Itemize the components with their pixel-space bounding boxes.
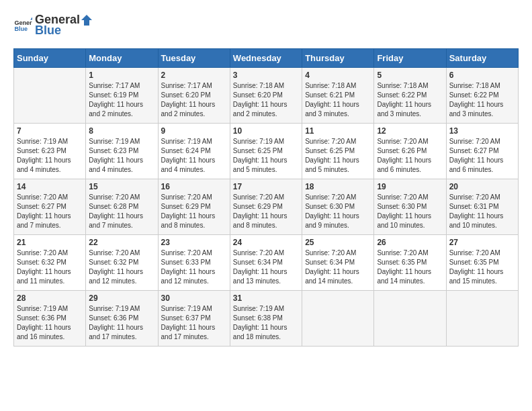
calendar-cell: 30Sunrise: 7:19 AMSunset: 6:37 PMDayligh… — [158, 290, 230, 346]
calendar-cell: 31Sunrise: 7:19 AMSunset: 6:38 PMDayligh… — [230, 290, 302, 346]
day-info: Sunrise: 7:20 AMSunset: 6:34 PMDaylight:… — [233, 248, 299, 286]
calendar-cell: 25Sunrise: 7:20 AMSunset: 6:34 PMDayligh… — [302, 234, 374, 290]
day-number: 14 — [17, 182, 83, 191]
day-info: Sunrise: 7:20 AMSunset: 6:29 PMDaylight:… — [233, 193, 299, 230]
day-number: 2 — [161, 71, 227, 80]
day-number: 5 — [377, 71, 443, 80]
logo-chevron-icon — [80, 13, 93, 27]
weekday-header-wednesday: Wednesday — [230, 48, 302, 67]
day-number: 12 — [377, 126, 443, 136]
weekday-header-tuesday: Tuesday — [158, 48, 230, 67]
day-number: 8 — [89, 126, 154, 136]
day-info: Sunrise: 7:20 AMSunset: 6:27 PMDaylight:… — [449, 137, 515, 175]
day-info: Sunrise: 7:19 AMSunset: 6:36 PMDaylight:… — [89, 304, 154, 342]
weekday-header-monday: Monday — [86, 48, 158, 67]
day-number: 11 — [305, 126, 371, 136]
day-number: 10 — [233, 126, 299, 136]
day-info: Sunrise: 7:20 AMSunset: 6:26 PMDaylight:… — [377, 137, 443, 175]
calendar-cell: 11Sunrise: 7:20 AMSunset: 6:25 PMDayligh… — [302, 123, 374, 179]
day-info: Sunrise: 7:20 AMSunset: 6:33 PMDaylight:… — [161, 248, 227, 286]
day-info: Sunrise: 7:19 AMSunset: 6:23 PMDaylight:… — [17, 137, 83, 175]
day-number: 27 — [449, 238, 515, 247]
day-number: 20 — [449, 182, 515, 191]
calendar-cell: 20Sunrise: 7:20 AMSunset: 6:31 PMDayligh… — [446, 179, 518, 234]
day-info: Sunrise: 7:20 AMSunset: 6:25 PMDaylight:… — [305, 137, 371, 175]
calendar-cell: 23Sunrise: 7:20 AMSunset: 6:33 PMDayligh… — [158, 234, 230, 290]
day-info: Sunrise: 7:18 AMSunset: 6:22 PMDaylight:… — [449, 81, 515, 119]
calendar-cell: 21Sunrise: 7:20 AMSunset: 6:32 PMDayligh… — [14, 234, 86, 290]
calendar-cell: 24Sunrise: 7:20 AMSunset: 6:34 PMDayligh… — [230, 234, 302, 290]
day-number: 16 — [161, 182, 227, 191]
calendar-cell: 12Sunrise: 7:20 AMSunset: 6:26 PMDayligh… — [374, 123, 446, 179]
calendar-cell: 8Sunrise: 7:19 AMSunset: 6:23 PMDaylight… — [86, 123, 158, 179]
day-info: Sunrise: 7:19 AMSunset: 6:38 PMDaylight:… — [233, 304, 299, 342]
day-number: 9 — [161, 126, 227, 136]
day-info: Sunrise: 7:19 AMSunset: 6:24 PMDaylight:… — [161, 137, 227, 175]
day-info: Sunrise: 7:20 AMSunset: 6:27 PMDaylight:… — [17, 193, 83, 230]
logo: General Blue General Blue — [13, 13, 93, 38]
calendar-cell: 6Sunrise: 7:18 AMSunset: 6:22 PMDaylight… — [446, 67, 518, 123]
calendar-cell: 4Sunrise: 7:18 AMSunset: 6:21 PMDaylight… — [302, 67, 374, 123]
calendar-body: 1Sunrise: 7:17 AMSunset: 6:19 PMDaylight… — [14, 67, 519, 346]
day-number: 22 — [89, 238, 154, 247]
calendar-week-4: 21Sunrise: 7:20 AMSunset: 6:32 PMDayligh… — [14, 234, 519, 290]
day-number: 26 — [377, 238, 443, 247]
calendar-cell: 19Sunrise: 7:20 AMSunset: 6:30 PMDayligh… — [374, 179, 446, 234]
day-info: Sunrise: 7:20 AMSunset: 6:34 PMDaylight:… — [305, 248, 371, 286]
calendar-cell: 3Sunrise: 7:18 AMSunset: 6:20 PMDaylight… — [230, 67, 302, 123]
calendar-cell: 9Sunrise: 7:19 AMSunset: 6:24 PMDaylight… — [158, 123, 230, 179]
day-number: 19 — [377, 182, 443, 191]
day-number: 13 — [449, 126, 515, 136]
calendar-cell: 2Sunrise: 7:17 AMSunset: 6:20 PMDaylight… — [158, 67, 230, 123]
logo-icon: General Blue — [13, 16, 32, 35]
day-info: Sunrise: 7:19 AMSunset: 6:37 PMDaylight:… — [161, 304, 227, 342]
day-number: 30 — [161, 293, 227, 303]
calendar-cell: 27Sunrise: 7:20 AMSunset: 6:35 PMDayligh… — [446, 234, 518, 290]
day-number: 18 — [305, 182, 371, 191]
weekday-header-thursday: Thursday — [302, 48, 374, 67]
calendar-table: SundayMondayTuesdayWednesdayThursdayFrid… — [13, 48, 519, 347]
day-number: 1 — [89, 71, 154, 80]
calendar-cell — [302, 290, 374, 346]
day-number: 28 — [17, 293, 83, 303]
weekday-header-saturday: Saturday — [446, 48, 518, 67]
calendar-cell: 7Sunrise: 7:19 AMSunset: 6:23 PMDaylight… — [14, 123, 86, 179]
calendar-week-1: 1Sunrise: 7:17 AMSunset: 6:19 PMDaylight… — [14, 67, 519, 123]
day-info: Sunrise: 7:20 AMSunset: 6:31 PMDaylight:… — [449, 193, 515, 230]
calendar-week-2: 7Sunrise: 7:19 AMSunset: 6:23 PMDaylight… — [14, 123, 519, 179]
calendar-cell: 5Sunrise: 7:18 AMSunset: 6:22 PMDaylight… — [374, 67, 446, 123]
page-header: General Blue General Blue — [13, 13, 519, 38]
svg-text:General: General — [14, 19, 32, 26]
svg-marker-3 — [81, 15, 92, 26]
calendar-cell: 15Sunrise: 7:20 AMSunset: 6:28 PMDayligh… — [86, 179, 158, 234]
day-info: Sunrise: 7:20 AMSunset: 6:32 PMDaylight:… — [17, 248, 83, 286]
calendar-cell — [14, 67, 86, 123]
day-number: 17 — [233, 182, 299, 191]
calendar-cell: 14Sunrise: 7:20 AMSunset: 6:27 PMDayligh… — [14, 179, 86, 234]
calendar-cell: 28Sunrise: 7:19 AMSunset: 6:36 PMDayligh… — [14, 290, 86, 346]
day-number: 29 — [89, 293, 154, 303]
day-info: Sunrise: 7:18 AMSunset: 6:20 PMDaylight:… — [233, 81, 299, 119]
calendar-cell — [374, 290, 446, 346]
calendar-cell: 13Sunrise: 7:20 AMSunset: 6:27 PMDayligh… — [446, 123, 518, 179]
calendar-week-3: 14Sunrise: 7:20 AMSunset: 6:27 PMDayligh… — [14, 179, 519, 234]
day-number: 3 — [233, 71, 299, 80]
day-number: 21 — [17, 238, 83, 247]
day-info: Sunrise: 7:20 AMSunset: 6:28 PMDaylight:… — [89, 193, 154, 230]
day-number: 15 — [89, 182, 154, 191]
weekday-header-friday: Friday — [374, 48, 446, 67]
day-info: Sunrise: 7:20 AMSunset: 6:32 PMDaylight:… — [89, 248, 154, 286]
day-number: 7 — [17, 126, 83, 136]
day-info: Sunrise: 7:19 AMSunset: 6:25 PMDaylight:… — [233, 137, 299, 175]
calendar-cell: 10Sunrise: 7:19 AMSunset: 6:25 PMDayligh… — [230, 123, 302, 179]
day-info: Sunrise: 7:20 AMSunset: 6:35 PMDaylight:… — [377, 248, 443, 286]
day-info: Sunrise: 7:17 AMSunset: 6:19 PMDaylight:… — [89, 81, 154, 119]
day-number: 31 — [233, 293, 299, 303]
calendar-cell: 29Sunrise: 7:19 AMSunset: 6:36 PMDayligh… — [86, 290, 158, 346]
calendar-cell: 1Sunrise: 7:17 AMSunset: 6:19 PMDaylight… — [86, 67, 158, 123]
weekday-header-row: SundayMondayTuesdayWednesdayThursdayFrid… — [14, 48, 519, 67]
day-info: Sunrise: 7:19 AMSunset: 6:23 PMDaylight:… — [89, 137, 154, 175]
calendar-cell: 26Sunrise: 7:20 AMSunset: 6:35 PMDayligh… — [374, 234, 446, 290]
day-info: Sunrise: 7:20 AMSunset: 6:30 PMDaylight:… — [377, 193, 443, 230]
day-number: 24 — [233, 238, 299, 247]
